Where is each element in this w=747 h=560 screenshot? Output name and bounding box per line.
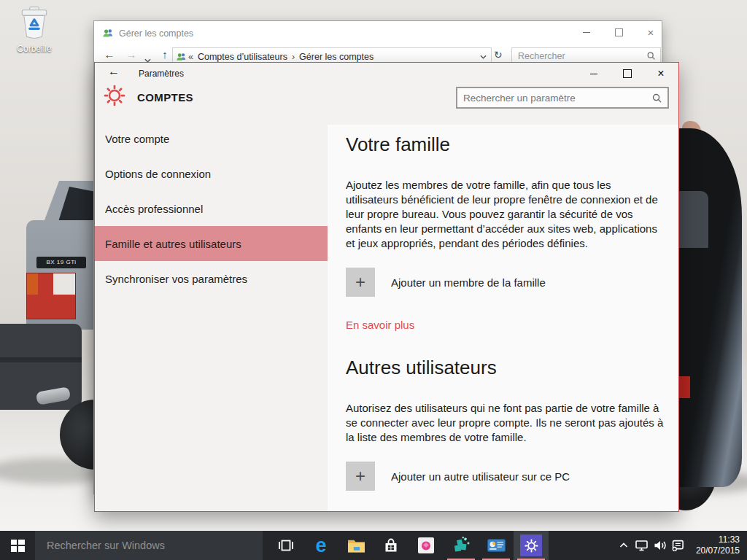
door-glass	[679, 191, 708, 248]
control-panel-icon	[487, 539, 506, 552]
other-users-description: Autorisez des utilisateurs qui ne font p…	[346, 401, 664, 445]
sidebar-item-acces-professionnel[interactable]: Accès professionnel	[95, 191, 328, 226]
taskbar-file-explorer-button[interactable]	[338, 531, 374, 560]
teal-cubes-app-icon	[452, 536, 471, 555]
system-tray: 11:33 20/07/2015	[614, 531, 747, 560]
wallpaper-open-door	[679, 0, 747, 531]
taskbar: e	[0, 531, 747, 560]
breadcrumb-location-icon	[176, 52, 187, 61]
pink-gem-app-icon	[418, 537, 434, 553]
door-red-accent	[679, 376, 690, 398]
sidebar-item-votre-compte[interactable]: Votre compte	[95, 121, 328, 156]
tray-action-center-button[interactable]	[669, 531, 687, 560]
task-view-icon	[277, 539, 295, 552]
breadcrumb-guillemet[interactable]: «	[187, 52, 195, 62]
family-section-description: Ajoutez les membres de votre famille, af…	[346, 178, 664, 251]
refresh-button[interactable]: ↻	[494, 49, 503, 61]
windows-logo-icon	[11, 540, 25, 552]
add-family-member-button[interactable]: + Ajouter un membre de la famille	[346, 268, 546, 297]
breadcrumb-root[interactable]: Comptes d’utilisateurs	[195, 52, 290, 62]
car-model-badge: BX 19 GTi	[36, 257, 86, 268]
settings-window-title: Paramètres	[139, 69, 184, 79]
tray-volume-button[interactable]	[651, 531, 669, 560]
explorer-window-title: Gérer les comptes	[119, 28, 193, 39]
file-explorer-icon	[347, 538, 365, 553]
sidebar-item-options-de-connexion[interactable]: Options de connexion	[95, 156, 328, 191]
taskbar-search-box[interactable]	[35, 531, 263, 560]
address-dropdown-icon[interactable]	[480, 55, 487, 59]
speaker-icon	[654, 540, 667, 551]
sidebar-item-famille-et-autres-utilisateurs[interactable]: Famille et autres utilisateurs	[95, 226, 328, 261]
settings-minimize-button[interactable]	[581, 63, 606, 85]
breadcrumb-current[interactable]: Gérer les comptes	[296, 52, 376, 62]
edge-icon: e	[315, 536, 326, 556]
chevron-up-icon	[619, 542, 628, 548]
breadcrumb-separator: ›	[290, 52, 296, 62]
door-panel	[679, 128, 742, 487]
explorer-titlebar[interactable]: Gérer les comptes ×	[94, 21, 662, 46]
settings-header: COMPTES	[95, 85, 678, 125]
taskbar-clock[interactable]: 11:33 20/07/2015	[687, 534, 747, 556]
network-icon	[635, 540, 648, 551]
settings-back-button[interactable]: ←	[105, 65, 123, 78]
settings-gear-icon	[104, 85, 125, 109]
add-other-user-label: Ajouter un autre utilisateur sur ce PC	[391, 470, 570, 483]
settings-content: Votre famille Ajoutez les membres de vot…	[328, 125, 678, 511]
explorer-minimize-button[interactable]	[574, 21, 599, 43]
back-button[interactable]: ←	[101, 48, 117, 61]
learn-more-link[interactable]: En savoir plus	[346, 319, 414, 331]
settings-search-box[interactable]	[456, 87, 669, 109]
taskbar-settings-app-button[interactable]	[514, 531, 549, 560]
search-icon	[651, 93, 662, 104]
taillight-reverse-segment	[53, 273, 75, 295]
tray-chevron-up-button[interactable]	[614, 531, 632, 560]
up-button[interactable]: ↑	[157, 48, 173, 61]
desktop: BX 19 GTi Corbeille	[0, 0, 747, 560]
plus-icon[interactable]: +	[346, 268, 375, 297]
settings-window: ← Paramètres ×	[94, 62, 679, 512]
start-button[interactable]	[0, 531, 35, 560]
page-title: COMPTES	[137, 91, 193, 104]
sidebar-item-label: Accès professionnel	[105, 203, 203, 215]
task-view-button[interactable]	[268, 531, 303, 560]
sidebar-item-synchroniser-vos-parametres[interactable]: Synchroniser vos paramètres	[95, 261, 328, 296]
car-taillight	[26, 273, 76, 319]
add-family-member-label: Ajouter un membre de la famille	[391, 276, 546, 289]
clock-time: 11:33	[687, 534, 740, 545]
taskbar-store-button[interactable]	[374, 531, 409, 560]
explorer-close-button[interactable]: ×	[638, 21, 663, 43]
bumper-groove	[0, 357, 82, 362]
explorer-search-input[interactable]	[512, 51, 646, 61]
settings-app-icon	[520, 534, 542, 556]
add-other-user-button[interactable]: + Ajouter un autre utilisateur sur ce PC	[346, 462, 570, 491]
taskbar-user-accounts-app-button[interactable]	[444, 531, 479, 560]
settings-titlebar[interactable]: ← Paramètres ×	[95, 63, 678, 85]
wallpaper-car-rear: BX 19 GTi	[0, 0, 95, 531]
taskbar-edge-button[interactable]: e	[303, 531, 338, 560]
other-users-heading: Autres utilisateurs	[346, 357, 497, 379]
settings-close-button[interactable]: ×	[649, 63, 673, 85]
sidebar-item-label: Synchroniser vos paramètres	[105, 273, 247, 285]
store-icon	[383, 537, 399, 553]
taskbar-control-panel-window-button[interactable]	[479, 531, 514, 560]
search-icon	[646, 51, 656, 61]
user-accounts-icon	[102, 28, 114, 41]
clock-date: 20/07/2015	[687, 545, 740, 556]
recycle-bin-label: Corbeille	[9, 44, 60, 54]
taskbar-search-input[interactable]	[35, 539, 263, 552]
settings-search-input[interactable]	[457, 93, 651, 104]
sidebar-item-label: Options de connexion	[105, 168, 211, 180]
tray-network-button[interactable]	[632, 531, 651, 560]
recycle-bin-shortcut[interactable]: Corbeille	[9, 6, 60, 54]
taillight-indicator-segment	[27, 273, 38, 295]
explorer-maximize-button[interactable]	[606, 21, 631, 43]
settings-maximize-button[interactable]	[615, 63, 640, 85]
plus-icon[interactable]: +	[346, 462, 375, 491]
taskbar-pink-app-button[interactable]	[409, 531, 444, 560]
recycle-bin-icon	[19, 29, 50, 42]
family-section-heading: Votre famille	[346, 133, 450, 156]
sidebar-item-label: Famille et autres utilisateurs	[105, 238, 241, 250]
forward-button[interactable]: →	[123, 48, 139, 61]
sidebar-item-label: Votre compte	[105, 133, 169, 145]
action-center-icon	[672, 540, 684, 551]
